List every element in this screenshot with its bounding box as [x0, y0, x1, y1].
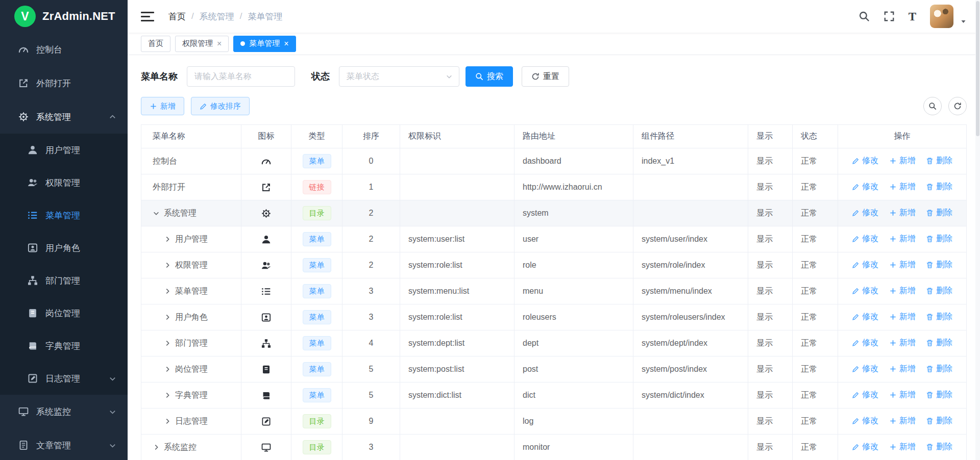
chevron-down-icon[interactable] [153, 210, 160, 217]
edit-button[interactable]: 修改 [852, 312, 878, 322]
menu-list-icon [261, 287, 271, 296]
add-button[interactable]: 新增 [889, 416, 916, 426]
add-button[interactable]: 新增 [889, 286, 916, 296]
component-value: system/user/index [633, 226, 748, 252]
plus-icon [889, 157, 897, 165]
reset-button-label: 重置 [543, 71, 559, 82]
perm-value: system:post:list [400, 356, 514, 382]
font-size-icon[interactable]: T [909, 11, 916, 22]
add-button[interactable]: 新增 [889, 338, 916, 348]
delete-button[interactable]: 删除 [926, 260, 952, 270]
edit-button[interactable]: 修改 [852, 364, 878, 374]
sidebar-item-external[interactable]: 外部打开 [0, 66, 128, 100]
breadcrumb-item[interactable]: 首页 [168, 11, 186, 22]
delete-button[interactable]: 删除 [926, 234, 952, 244]
edit-icon [852, 391, 860, 399]
refresh-table-button[interactable] [948, 97, 967, 115]
perm-value: system:role:list [400, 252, 514, 278]
add-button[interactable]: 新增 [141, 97, 184, 115]
delete-button[interactable]: 删除 [926, 390, 952, 400]
menu-name: 权限管理 [175, 261, 208, 269]
visible-value: 显示 [748, 148, 793, 174]
delete-button[interactable]: 删除 [926, 156, 952, 166]
edit-button[interactable]: 修改 [852, 286, 878, 296]
chevron-right-icon[interactable] [153, 444, 160, 451]
chevron-right-icon[interactable] [164, 340, 171, 347]
menu-name-input[interactable] [187, 66, 295, 87]
edit-button[interactable]: 修改 [852, 416, 878, 426]
scrollbar-thumb[interactable] [976, 1, 979, 136]
edit-button[interactable]: 修改 [852, 156, 878, 166]
sidebar-item-depts[interactable]: 部门管理 [0, 264, 128, 297]
edit-button[interactable]: 修改 [852, 182, 878, 192]
sidebar-item-logs[interactable]: 日志管理 [0, 362, 128, 395]
add-button[interactable]: 新增 [889, 208, 916, 218]
edit-sort-button[interactable]: 修改排序 [191, 97, 250, 115]
chevron-right-icon[interactable] [164, 262, 171, 269]
tab-close-icon[interactable]: × [217, 40, 222, 48]
chevron-right-icon[interactable] [164, 392, 171, 399]
add-button[interactable]: 新增 [889, 390, 916, 400]
add-button[interactable]: 新增 [889, 312, 916, 322]
edit-button[interactable]: 修改 [852, 442, 878, 452]
sidebar-item-label: 岗位管理 [45, 308, 80, 319]
sidebar-item-system[interactable]: 系统管理 [0, 100, 128, 134]
sidebar-item-dicts[interactable]: 字典管理 [0, 329, 128, 362]
trash-icon [926, 261, 934, 269]
search-button[interactable]: 搜索 [465, 66, 513, 87]
delete-button[interactable]: 删除 [926, 416, 952, 426]
edit-button[interactable]: 修改 [852, 208, 878, 218]
reset-button[interactable]: 重置 [522, 66, 569, 87]
breadcrumb-item[interactable]: 系统管理 [200, 11, 234, 22]
delete-button[interactable]: 删除 [926, 182, 952, 192]
sidebar-item-user-roles[interactable]: 用户角色 [0, 232, 128, 264]
add-button[interactable]: 新增 [889, 260, 916, 270]
status-select[interactable]: 菜单状态 [339, 66, 459, 87]
delete-button[interactable]: 删除 [926, 338, 952, 348]
chevron-right-icon[interactable] [164, 236, 171, 243]
delete-button[interactable]: 删除 [926, 364, 952, 374]
edit-button[interactable]: 修改 [852, 338, 878, 348]
sidebar-toggle-icon[interactable] [141, 12, 154, 21]
tab-role-management[interactable]: 权限管理 × [175, 36, 229, 52]
sidebar-item-users[interactable]: 用户管理 [0, 134, 128, 166]
edit-icon [852, 443, 860, 451]
add-button[interactable]: 新增 [889, 442, 916, 452]
edit-sort-button-label: 修改排序 [210, 101, 241, 111]
trash-icon [926, 287, 934, 295]
delete-button[interactable]: 删除 [926, 312, 952, 322]
main-scrollbar[interactable] [975, 0, 980, 460]
edit-button[interactable]: 修改 [852, 260, 878, 270]
add-button[interactable]: 新增 [889, 182, 916, 192]
tab-home[interactable]: 首页 [141, 36, 170, 52]
add-button[interactable]: 新增 [889, 364, 916, 374]
delete-button[interactable]: 删除 [926, 442, 952, 452]
sidebar-item-menus[interactable]: 菜单管理 [0, 199, 128, 232]
add-button[interactable]: 新增 [889, 234, 916, 244]
edit-button[interactable]: 修改 [852, 390, 878, 400]
sidebar-item-posts[interactable]: 岗位管理 [0, 297, 128, 329]
user-menu-caret-icon[interactable] [960, 18, 967, 25]
add-button[interactable]: 新增 [889, 156, 916, 166]
user-avatar[interactable] [930, 5, 953, 28]
sidebar-item-dashboard[interactable]: 控制台 [0, 33, 128, 66]
chevron-right-icon[interactable] [164, 418, 171, 425]
delete-button[interactable]: 删除 [926, 208, 952, 218]
menu-name: 外部打开 [153, 183, 185, 191]
chevron-right-icon[interactable] [164, 314, 171, 321]
chevron-right-icon[interactable] [164, 288, 171, 295]
tab-menu-management[interactable]: 菜单管理 × [233, 36, 296, 52]
delete-button[interactable]: 删除 [926, 286, 952, 296]
search-icon[interactable] [859, 11, 870, 22]
edit-button[interactable]: 修改 [852, 234, 878, 244]
toggle-search-button[interactable] [923, 97, 942, 115]
chevron-right-icon[interactable] [164, 366, 171, 373]
sidebar-item-monitor[interactable]: 系统监控 [0, 395, 128, 428]
sidebar-item-articles[interactable]: 文章管理 [0, 428, 128, 460]
sidebar-item-roles[interactable]: 权限管理 [0, 166, 128, 199]
fullscreen-icon[interactable] [884, 11, 895, 22]
post-badge-icon [28, 308, 38, 318]
tab-close-icon[interactable]: × [284, 40, 288, 48]
app-logo[interactable]: V ZrAdmin.NET [0, 0, 128, 33]
sidebar-item-label: 菜单管理 [45, 210, 80, 221]
